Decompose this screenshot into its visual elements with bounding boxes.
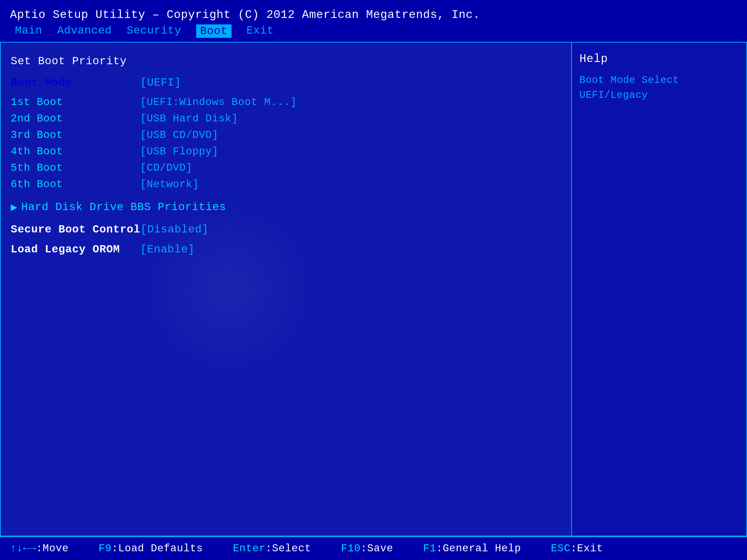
move-label: :Move — [36, 542, 69, 555]
boot-value-3rd: [USB CD/DVD] — [140, 129, 218, 141]
title-bar: Aptio Setup Utility – Copyright (C) 2012… — [0, 0, 747, 23]
boot-label-2nd: 2nd Boot — [11, 113, 140, 125]
esc-label: :Exit — [570, 542, 603, 555]
main-area: Set Boot Priority Boot Mode [UEFI] 1st B… — [0, 42, 747, 536]
secure-boot-label: Secure Boot Control — [11, 223, 140, 236]
move-status: ↑↓←→:Move — [10, 542, 69, 555]
enter-select-status: Enter:Select — [233, 542, 311, 555]
boot-value-6th: [Network] — [140, 179, 199, 190]
secure-boot-row[interactable]: Secure Boot Control [Disabled] — [11, 223, 561, 236]
f9-key: F9 — [99, 542, 111, 555]
menu-bar: Main Advanced Security Boot Exit — [0, 23, 747, 42]
menu-item-advanced[interactable]: Advanced — [57, 24, 112, 38]
hdd-bbs-row[interactable]: ▶ Hard Disk Drive BBS Priorities — [11, 201, 561, 214]
load-legacy-label: Load Legacy OROM — [11, 243, 140, 256]
boot-entry-6th[interactable]: 6th Boot [Network] — [11, 179, 561, 190]
load-defaults-label: :Load Defaults — [111, 542, 203, 555]
load-legacy-row[interactable]: Load Legacy OROM [Enable] — [11, 243, 561, 256]
menu-item-security[interactable]: Security — [127, 24, 181, 38]
boot-value-2nd: [USB Hard Disk] — [140, 113, 238, 125]
bios-screen: Aptio Setup Utility – Copyright (C) 2012… — [0, 0, 747, 560]
boot-value-5th: [CD/DVD] — [140, 162, 192, 174]
right-panel: Help Boot Mode Select UEFI/Legacy — [572, 43, 746, 536]
boot-mode-value[interactable]: [UEFI] — [140, 76, 181, 89]
secure-boot-value: [Disabled] — [140, 223, 209, 236]
boot-mode-row: Boot Mode [UEFI] — [11, 76, 561, 89]
submenu-arrow-icon: ▶ — [11, 201, 18, 214]
hdd-bbs-label: Hard Disk Drive BBS Priorities — [21, 201, 226, 213]
boot-entry-2nd[interactable]: 2nd Boot [USB Hard Disk] — [11, 113, 561, 125]
boot-entry-3rd[interactable]: 3rd Boot [USB CD/DVD] — [11, 129, 561, 141]
f10-label: :Save — [361, 542, 393, 555]
enter-label: :Select — [265, 542, 311, 555]
boot-label-5th: 5th Boot — [11, 162, 140, 174]
enter-key: Enter — [233, 542, 265, 555]
esc-exit-status: ESC:Exit — [551, 542, 603, 555]
load-defaults-status: F9:Load Defaults — [99, 542, 203, 555]
boot-label-1st: 1st Boot — [11, 96, 140, 108]
help-text: Boot Mode Select UEFI/Legacy — [579, 73, 739, 103]
boot-label-3rd: 3rd Boot — [11, 129, 140, 141]
section-title: Set Boot Priority — [11, 55, 561, 68]
boot-entry-5th[interactable]: 5th Boot [CD/DVD] — [11, 162, 561, 174]
menu-item-boot[interactable]: Boot — [196, 24, 232, 38]
menu-item-exit[interactable]: Exit — [247, 24, 274, 38]
menu-item-main[interactable]: Main — [15, 24, 42, 38]
f1-key: F1 — [423, 542, 436, 555]
esc-key: ESC — [551, 542, 570, 555]
boot-entry-1st[interactable]: 1st Boot [UEFI:Windows Boot M...] — [11, 96, 561, 108]
boot-mode-label: Boot Mode — [11, 76, 140, 89]
boot-label-6th: 6th Boot — [11, 179, 140, 190]
f10-key: F10 — [341, 542, 361, 555]
f1-help-status: F1:General Help — [423, 542, 521, 555]
f1-label: :General Help — [436, 542, 521, 555]
boot-label-4th: 4th Boot — [11, 145, 140, 158]
boot-value-4th: [USB Floppy] — [140, 145, 218, 158]
boot-value-1st: [UEFI:Windows Boot M...] — [140, 96, 297, 108]
f10-save-status: F10:Save — [341, 542, 393, 555]
move-key-icon: ↑↓←→ — [10, 542, 36, 555]
help-title: Help — [579, 53, 739, 65]
boot-entries: 1st Boot [UEFI:Windows Boot M...] 2nd Bo… — [11, 96, 561, 190]
status-bar: ↑↓←→:Move F9:Load Defaults Enter:Select … — [0, 536, 747, 560]
load-legacy-value: [Enable] — [140, 243, 195, 256]
title-text: Aptio Setup Utility – Copyright (C) 2012… — [10, 8, 480, 21]
left-panel: Set Boot Priority Boot Mode [UEFI] 1st B… — [1, 43, 572, 536]
boot-entry-4th[interactable]: 4th Boot [USB Floppy] — [11, 145, 561, 158]
